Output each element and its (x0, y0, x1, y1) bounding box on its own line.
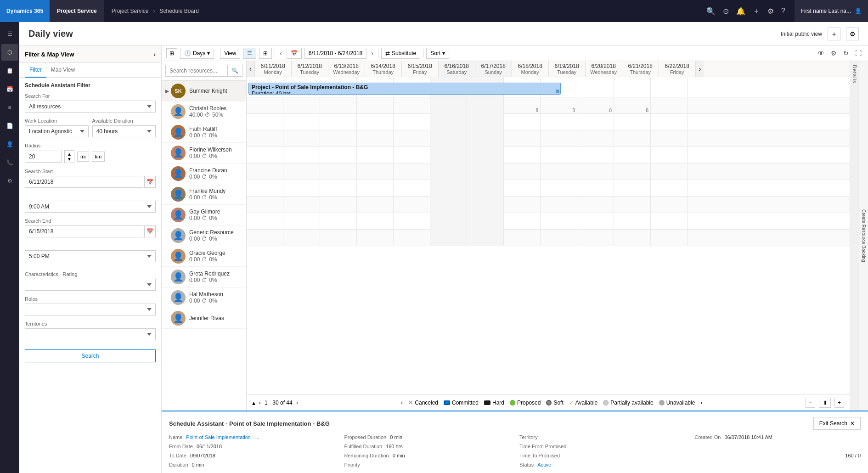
nav-dashboard[interactable]: ⬡ (1, 44, 18, 61)
booking-resize-handle[interactable] (556, 90, 559, 93)
settings-grid-btn[interactable]: ⚙ (829, 49, 839, 58)
list-item[interactable]: 👤 Francine Duran 0:00⏱0% (162, 163, 246, 184)
next-legend-btn[interactable]: › (700, 400, 702, 406)
sa-field-count: 160 / 0 (695, 453, 861, 458)
calendar-btn[interactable]: 📅 (287, 48, 302, 59)
legend-hard: Hard (484, 400, 504, 406)
nav-phone[interactable]: 📞 (1, 154, 18, 171)
list-item[interactable]: 👤 Florine Wilkerson 0:00⏱0% (162, 143, 246, 163)
create-resource-booking-sidebar[interactable]: Create Resource Booking (859, 61, 868, 411)
expand-grid-btn[interactable]: ⊞ (166, 48, 177, 58)
sa-status-link[interactable]: Active (537, 462, 551, 467)
prev-page-btn[interactable]: ‹ (259, 400, 261, 406)
user-area[interactable]: First name Last na... 👤 (795, 0, 868, 22)
characteristics-select[interactable] (25, 279, 156, 291)
days-mode-btn[interactable]: 🕐 Days ▾ (180, 48, 214, 59)
prev-date-btn[interactable]: ‹ (278, 49, 284, 58)
home-icon[interactable]: ⊙ (723, 7, 729, 16)
list-item[interactable]: 👤 Faith Ratliff 0:00⏱0% (162, 122, 246, 143)
roles-select[interactable] (25, 304, 156, 315)
sa-field-fulfilled-duration: Fulfilled Duration 160 hrs (344, 444, 511, 449)
refresh-btn[interactable]: ↻ (841, 49, 851, 58)
list-item[interactable]: 👤 Generic Resource 0:00⏱0% (162, 225, 246, 246)
search-end-date[interactable] (25, 225, 143, 237)
search-start-time-select[interactable]: 9:00 AM (25, 201, 156, 213)
search-start-date[interactable] (25, 176, 143, 188)
search-button[interactable]: Search (25, 349, 156, 362)
hamburger-menu[interactable]: ☰ (1, 26, 18, 42)
territories-select[interactable] (25, 328, 156, 340)
fullscreen-btn[interactable]: ⛶ (853, 49, 863, 58)
exit-search-button[interactable]: Exit Search ✕ (813, 417, 861, 430)
soft-icon (546, 400, 552, 405)
hard-icon (484, 400, 490, 405)
help-icon[interactable]: ? (781, 7, 785, 15)
scroll-right-header-btn[interactable]: › (696, 61, 704, 77)
resource-search-input[interactable] (165, 65, 228, 77)
radius-input[interactable] (25, 151, 62, 163)
close-icon: ✕ (850, 420, 855, 427)
settings-icon[interactable]: ⚙ (767, 7, 774, 16)
list-item[interactable]: 👤 Gay Gilmore 0:00⏱0% (162, 205, 246, 225)
search-start-calendar-btn[interactable]: 📅 (144, 176, 156, 188)
booking-block[interactable]: Project - Point of Sale Implementation -… (248, 83, 561, 95)
bottom-status-bar: ▴ ‹ 1 - 30 of 44 › ‹ ✕ Canceled (247, 394, 850, 411)
resource-search-btn[interactable]: 🔍 (228, 65, 242, 77)
list-item[interactable]: 👤 Frankie Mundy 0:00⏱0% (162, 184, 246, 205)
list-item[interactable]: 👤 Hal Matheson 0:00⏱0% (162, 287, 246, 308)
brand-logo[interactable]: Dynamics 365 (0, 0, 50, 22)
date-col-6: 6/16/2018 Saturday (439, 61, 475, 77)
schedule-grid-scroll[interactable]: ‹ 6/11/2018 Monday 6/12/2018 Tuesday (247, 61, 850, 394)
available-duration-select[interactable]: 40 hours (92, 125, 156, 137)
nav-settings2[interactable]: ⚙ (1, 173, 18, 189)
radius-mi-btn[interactable]: mi (77, 152, 89, 162)
nav-documents[interactable]: 📄 (1, 118, 18, 134)
scroll-left-btn[interactable]: ‹ (247, 61, 255, 77)
next-date-btn[interactable]: › (369, 49, 375, 58)
radius-km-btn[interactable]: km (92, 152, 105, 162)
grid-view-btn[interactable]: ⊞ (259, 48, 272, 59)
add-view-button[interactable]: + (828, 28, 840, 40)
booking-duration: Duration: 40 hrs (252, 90, 558, 95)
resource-group-header[interactable]: ▶ SK Summer Knight (162, 81, 246, 101)
zoom-in-btn[interactable]: + (834, 398, 844, 408)
tab-filter[interactable]: Filter (25, 63, 46, 78)
nav-schedule[interactable]: 📋 (1, 62, 18, 79)
search-end-time-select[interactable]: 5:00 PM (25, 250, 156, 262)
table-row (247, 230, 850, 246)
list-item[interactable]: 👤 Jennifer Rivas (162, 308, 246, 329)
collapse-filter-btn[interactable]: ‹ (153, 51, 156, 58)
search-end-label: Search End (25, 218, 156, 224)
search-icon[interactable]: 🔍 (706, 7, 716, 16)
list-view-btn[interactable]: ☰ (243, 48, 256, 59)
nav-calendar[interactable]: 📅 (1, 81, 18, 97)
radius-increment[interactable]: ▲▼ (64, 150, 74, 163)
work-location-select[interactable]: Location Agnostic (25, 125, 89, 137)
notifications-icon[interactable]: 🔔 (736, 7, 745, 16)
nav-people[interactable]: 👤 (1, 136, 18, 152)
search-end-calendar-btn[interactable]: 📅 (144, 225, 156, 237)
expand-rows-btn[interactable]: ▴ (252, 399, 255, 406)
view-label-btn[interactable]: View (220, 48, 240, 59)
list-item[interactable]: 👤 Greta Rodriquez 0:00⏱0% (162, 267, 246, 287)
filter-icon-btn[interactable]: 👁 (816, 49, 826, 58)
schedule-toolbar: ⊞ 🕐 Days ▾ View ☰ ⊞ ‹ 📅 6/11/2018 (162, 46, 868, 61)
unavailable-icon (659, 400, 665, 405)
substitute-btn[interactable]: ⇄ Substitute (381, 48, 420, 59)
sa-name-link[interactable]: Point of Sale Implementation - ... (186, 434, 259, 440)
sa-field-name: Name Point of Sale Implementation - ... (169, 434, 335, 440)
zoom-pause-btn[interactable]: ⏸ (819, 398, 831, 408)
list-item[interactable]: 👤 Gracie George 0:00⏱0% (162, 246, 246, 267)
app-name[interactable]: Project Service (50, 0, 104, 22)
details-sidebar[interactable]: Details (850, 61, 859, 411)
zoom-out-btn[interactable]: − (806, 398, 815, 408)
add-icon[interactable]: ＋ (753, 6, 760, 16)
list-item[interactable]: 👤 Christal Robles 40:00⏱50% (162, 101, 246, 122)
search-for-select[interactable]: All resources (25, 101, 156, 113)
tab-map-view[interactable]: Map View (46, 63, 79, 77)
sort-btn[interactable]: Sort ▾ (426, 48, 449, 59)
next-page-btn[interactable]: › (296, 400, 298, 406)
settings-view-button[interactable]: ⚙ (846, 28, 859, 40)
nav-list[interactable]: ≡ (1, 99, 18, 116)
prev-legend-btn[interactable]: ‹ (401, 400, 403, 406)
